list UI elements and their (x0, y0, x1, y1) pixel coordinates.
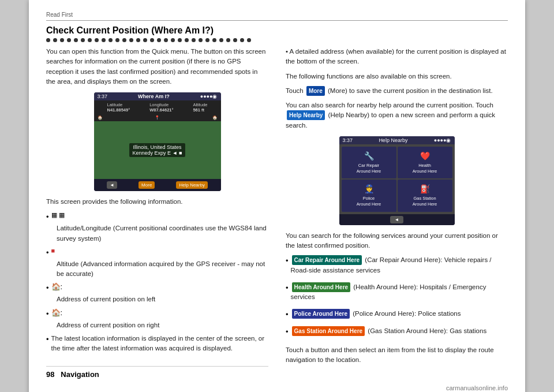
nav-map-body: Illinois, United States Kennedy Expy E ◄… (94, 121, 221, 179)
service-health: • Health Around Here (Health Around Here… (286, 282, 508, 307)
lat-label: LatitudeN41.88549° (107, 102, 130, 113)
help-icons: ●●●●◉ (434, 137, 451, 143)
header-label: Read First (46, 12, 508, 21)
bullet-s3: • (286, 310, 289, 323)
two-column-layout: You can open this function from the Quic… (46, 47, 508, 379)
nav-gps-icon: 📍 (155, 115, 160, 120)
help-title: Help Nearby (379, 137, 407, 143)
left-column: You can open this function from the Quic… (46, 47, 268, 379)
icon-addr-right: 🏠: (51, 308, 63, 318)
help-cell-police: 👮 PoliceAround Here (342, 180, 396, 212)
help-titlebar: 3:37 Help Nearby ●●●●◉ (339, 136, 455, 144)
nav-time: 3:37 (98, 94, 108, 99)
bullet-addr-right: • 🏠: (46, 308, 268, 318)
addr-right-text: Address of current position on right (57, 320, 268, 330)
police-service-badge: Police Around Here (292, 309, 350, 319)
help-back-btn[interactable]: ◄ (390, 216, 404, 223)
bullet-addr-left: • 🏠: (46, 282, 268, 292)
nav-road-label: Illinois, United States Kennedy Expy E ◄… (129, 143, 186, 157)
touch-para: Touch a button and then select an item f… (286, 345, 508, 365)
lon-label: LongitudeW87.64621° (149, 102, 173, 113)
altitude-text: Altitude (Advanced information acquired … (57, 259, 268, 279)
nav-titlebar: 3:37 Where Am I? ●●●●◉ (94, 92, 221, 100)
services-para: You can search for the following service… (286, 231, 508, 251)
help-nearby-para: You can also search for nearby help arou… (286, 100, 508, 130)
road-line1: Illinois, United States (133, 144, 182, 150)
bullet-lat-lon: • ▦ ▦ (46, 211, 268, 221)
functions-text: The following functions are also availab… (286, 72, 508, 81)
nav-home-icon-left: 🏠 (98, 115, 103, 120)
gas-label: Gas StationAround Here (413, 196, 437, 207)
icon-lat-lon: ▦ ▦ (51, 211, 65, 221)
service-police: • Police Around Here (Police Around Here… (286, 309, 508, 323)
nav-home-icon-right: 🏠 (212, 115, 218, 120)
police-label: PoliceAround Here (357, 196, 381, 207)
car-repair-label: Car RepairAround Here (357, 163, 381, 174)
nav-icons: ●●●●◉ (200, 94, 218, 99)
road-line2: Kennedy Expy E ◄ ■ (133, 150, 182, 156)
car-repair-service-badge: Car Repair Around Here (292, 255, 362, 265)
bullet-marker: • (46, 212, 49, 221)
nav-coords: LatitudeN41.88549° LongitudeW87.64621° A… (94, 100, 221, 114)
service-gas: • Gas Station Around Here (Gas Station A… (286, 326, 508, 341)
more-para: Touch More (More) to save the current po… (286, 86, 508, 96)
page: Read First Check Current Position (Where… (29, 0, 525, 392)
icon-addr-left: 🏠: (51, 282, 63, 292)
alt-label: Altitude561 ft (193, 102, 207, 113)
bullet-marker-2: • (46, 248, 49, 257)
health-icon: ❤️ (420, 151, 430, 160)
help-screen-mockup: 3:37 Help Nearby ●●●●◉ 🔧 Car RepairAroun… (339, 136, 455, 225)
page-number-line: 98 Navigation (46, 366, 268, 379)
car-repair-icon: 🔧 (364, 151, 374, 160)
police-icon: 👮 (364, 184, 374, 193)
help-cell-car-repair: 🔧 Car RepairAround Here (342, 147, 396, 179)
nav-help-btn[interactable]: Help Nearby (176, 181, 207, 189)
gas-icon: ⛽ (420, 184, 430, 193)
health-service-badge: Health Around Here (292, 282, 351, 292)
latest-loc-text: The latest location information is displ… (51, 334, 268, 354)
gas-service-badge: Gas Station Around Here (292, 326, 365, 336)
nav-icon-row: 🏠 📍 🏠 (94, 114, 221, 121)
bullet-s1: • (286, 256, 289, 280)
nav-screen-mockup: 3:37 Where Am I? ●●●●◉ LatitudeN41.88549… (94, 92, 221, 191)
more-badge: More (306, 86, 325, 96)
bullet-marker-4: • (46, 309, 49, 318)
help-time: 3:37 (343, 137, 353, 143)
nav-more-btn[interactable]: More (138, 181, 155, 189)
bullet-marker-3: • (46, 283, 49, 292)
bullet-s4: • (286, 327, 289, 341)
lat-lon-text: Latitude/Longitude (Current positional c… (57, 223, 268, 244)
service-car-repair: • Car Repair Around Here (Car Repair Aro… (286, 255, 508, 280)
bullet-s2: • (286, 283, 289, 307)
icon-altitude: ■ (51, 247, 55, 257)
right-column: • A detailed address (when available) fo… (286, 47, 508, 379)
detail-addr-text: • A detailed address (when available) fo… (286, 47, 508, 67)
nav-title: Where Am I? (138, 94, 170, 99)
health-label: HealthAround Here (413, 163, 437, 174)
watermark: carmanualsonline.info (46, 384, 508, 391)
addr-left-text: Address of current position on left (57, 294, 268, 304)
help-cell-gas: ⛽ Gas StationAround Here (398, 180, 452, 212)
nav-footer: ◄ More Help Nearby (94, 179, 221, 191)
nav-back-btn[interactable]: ◄ (107, 181, 117, 189)
help-grid: 🔧 Car RepairAround Here ❤️ HealthAround … (339, 144, 455, 214)
section-title: Check Current Position (Where Am I?) (46, 25, 508, 36)
bullet-altitude: • ■ (46, 247, 268, 257)
bullet-latest-loc: • The latest location information is dis… (46, 334, 268, 359)
help-nearby-badge: Help Nearby (287, 110, 325, 120)
dots-decoration (46, 38, 508, 42)
help-cell-health: ❤️ HealthAround Here (398, 147, 452, 179)
bullet-marker-5: • (46, 335, 49, 359)
page-number: 98 (46, 370, 54, 379)
intro-text: You can open this function from the Quic… (46, 47, 268, 87)
help-footer: ◄ (339, 214, 455, 225)
info-heading: This screen provides the following infor… (46, 197, 268, 207)
page-nav-label: Navigation (61, 370, 99, 379)
